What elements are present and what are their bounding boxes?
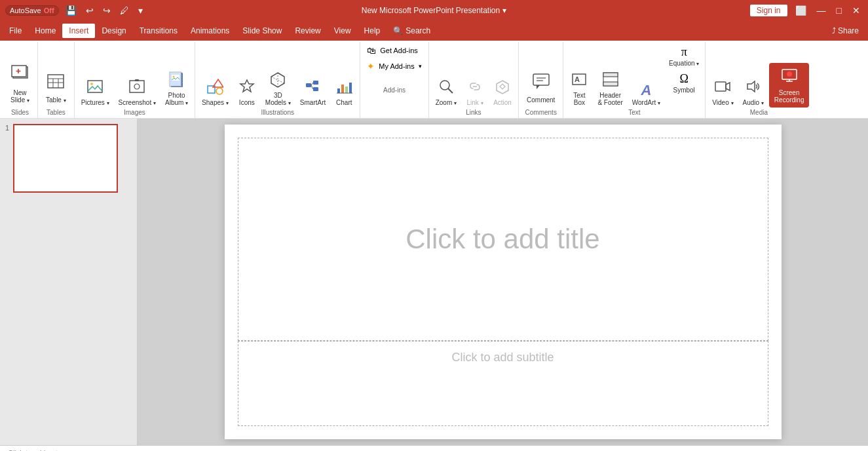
pictures-icon: [86, 78, 104, 98]
title-placeholder-text: Click to add title: [406, 224, 599, 255]
chart-label: Chart: [336, 99, 352, 106]
ribbon-group-tables: Table ▾ Tables: [38, 42, 75, 118]
photo-album-button[interactable]: PhotoAlbum ▾: [161, 68, 192, 108]
action-button[interactable]: Action: [489, 75, 516, 108]
wordart-button[interactable]: A WordArt ▾: [628, 81, 664, 108]
svg-point-36: [440, 81, 449, 90]
slides-group-buttons: NewSlide ▾: [5, 43, 35, 108]
title-placeholder[interactable]: Click to add title: [238, 138, 768, 341]
title-dropdown-icon[interactable]: ▾: [502, 6, 506, 15]
undo-icon[interactable]: ↩: [83, 4, 96, 17]
screen-recording-label: ScreenRecording: [774, 89, 804, 104]
photo-album-icon: [168, 71, 185, 90]
svg-marker-44: [537, 85, 540, 89]
autosave-label: AutoSave: [10, 7, 41, 14]
slide-thumbnail-1[interactable]: [13, 124, 118, 193]
notes-bar[interactable]: Click to add notes: [0, 445, 868, 451]
svg-text:A: A: [575, 75, 580, 83]
symbol-icon: Ω: [679, 72, 688, 86]
icons-label: Icons: [239, 99, 255, 106]
3d-models-button[interactable]: 3DModels ▾: [261, 68, 295, 108]
menu-insert[interactable]: Insert: [62, 24, 95, 38]
screen-recording-button[interactable]: ScreenRecording: [769, 63, 810, 108]
smartart-icon: [305, 78, 322, 98]
chart-button[interactable]: Chart: [331, 75, 357, 108]
icons-icon: [238, 78, 255, 98]
close-icon[interactable]: ✕: [850, 4, 863, 17]
video-button[interactable]: Video ▾: [708, 75, 737, 108]
menu-design[interactable]: Design: [95, 24, 132, 38]
shapes-icon: [206, 78, 223, 98]
illustrations-group-label: Illustrations: [198, 108, 357, 118]
ribbon-group-illustrations: Shapes ▾ Icons 3DModels ▾ SmartArt: [195, 42, 360, 118]
menu-file[interactable]: File: [3, 24, 28, 38]
ribbon-group-text: A TextBox Header& Footer A WordArt ▾ π E…: [563, 42, 706, 118]
shapes-button[interactable]: Shapes ▾: [198, 75, 233, 108]
equation-icon: π: [681, 45, 687, 59]
sign-in-button[interactable]: Sign in: [750, 5, 787, 16]
table-button[interactable]: Table ▾: [41, 68, 71, 108]
my-addins-icon: ✦: [367, 61, 375, 71]
slides-panel: 1: [0, 119, 138, 445]
menu-review[interactable]: Review: [288, 24, 327, 38]
symbol-button[interactable]: Ω Symbol: [666, 70, 702, 96]
ribbon-group-comments: Comment Comments: [519, 42, 563, 118]
title-bar-right: Sign in ⬜ — □ ✕: [750, 4, 863, 17]
audio-button[interactable]: Audio ▾: [739, 75, 768, 108]
menu-slideshow[interactable]: Slide Show: [236, 24, 288, 38]
menu-view[interactable]: View: [328, 24, 358, 38]
ribbon-group-addins: 🛍 Get Add-ins ✦ My Add-ins ▾ Add-ins: [360, 42, 428, 118]
symbol-label: Symbol: [673, 87, 695, 94]
subtitle-placeholder[interactable]: Click to add subtitle: [238, 341, 768, 426]
menu-animations[interactable]: Animations: [184, 24, 236, 38]
ribbon-display-icon[interactable]: ⬜: [793, 4, 809, 17]
text-box-label: TextBox: [573, 92, 585, 106]
3d-models-label: 3DModels ▾: [265, 92, 291, 106]
search-icon: 🔍: [393, 26, 403, 35]
media-group-buttons: Video ▾ Audio ▾ ScreenRecording: [708, 43, 809, 108]
images-group-label: Images: [77, 108, 192, 118]
new-slide-label: NewSlide ▾: [10, 89, 29, 104]
menu-search[interactable]: 🔍 Search: [387, 24, 437, 38]
redo-icon[interactable]: ↪: [100, 4, 113, 17]
link-button[interactable]: Link ▾: [462, 75, 488, 108]
new-slide-button[interactable]: NewSlide ▾: [5, 61, 35, 108]
my-addins-button[interactable]: ✦ My Add-ins ▾: [363, 59, 425, 73]
comments-group-label: Comments: [521, 108, 560, 118]
video-icon: [714, 78, 731, 98]
equation-button[interactable]: π Equation ▾: [666, 43, 702, 69]
minimize-icon[interactable]: —: [814, 4, 829, 17]
pictures-button[interactable]: Pictures ▾: [77, 75, 113, 108]
share-button[interactable]: ⤴ Share: [825, 26, 865, 35]
zoom-button[interactable]: Zoom ▾: [432, 75, 461, 108]
save-icon[interactable]: 💾: [63, 4, 79, 17]
slide-number-1: 1: [5, 124, 9, 132]
addins-group-label: Add-ins: [363, 85, 425, 96]
customize-qat-icon[interactable]: ▾: [136, 4, 145, 17]
screenshot-label: Screenshot ▾: [119, 99, 156, 106]
touch-icon[interactable]: 🖊: [117, 4, 132, 17]
illustrations-group-buttons: Shapes ▾ Icons 3DModels ▾ SmartArt: [198, 43, 357, 108]
icons-button[interactable]: Icons: [234, 75, 260, 108]
addins-group-buttons: 🛍 Get Add-ins ✦ My Add-ins ▾: [363, 43, 425, 85]
maximize-icon[interactable]: □: [834, 4, 844, 17]
my-addins-arrow: ▾: [419, 63, 422, 69]
get-addins-button[interactable]: 🛍 Get Add-ins: [363, 43, 425, 58]
screenshot-button[interactable]: Screenshot ▾: [115, 75, 160, 108]
screenshot-icon: [128, 78, 145, 98]
menu-home[interactable]: Home: [28, 24, 62, 38]
menu-transitions[interactable]: Transitions: [133, 24, 184, 38]
comment-label: Comment: [527, 96, 555, 104]
slides-group-label: Slides: [5, 108, 35, 118]
svg-rect-28: [313, 87, 318, 91]
title-bar-center: New Microsoft PowerPoint Presentation ▾: [362, 6, 506, 15]
text-box-button[interactable]: A TextBox: [566, 68, 592, 108]
comment-icon: [532, 72, 550, 95]
menu-help[interactable]: Help: [358, 24, 387, 38]
smartart-button[interactable]: SmartArt: [296, 75, 330, 108]
header-footer-button[interactable]: Header& Footer: [594, 68, 626, 108]
svg-point-18: [172, 76, 174, 78]
comment-button[interactable]: Comment: [521, 68, 560, 108]
link-icon: [466, 78, 483, 98]
autosave-toggle[interactable]: AutoSave Off: [5, 5, 59, 16]
